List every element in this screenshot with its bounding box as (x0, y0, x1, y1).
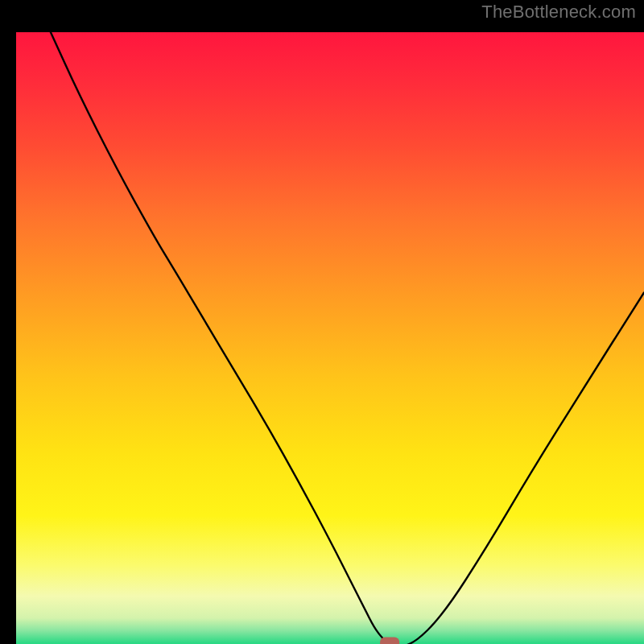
plot-area (16, 32, 644, 644)
optimum-marker (380, 638, 399, 645)
watermark-text: TheBottleneck.com (481, 2, 636, 23)
chart-frame (8, 16, 636, 636)
gradient-background (16, 32, 644, 644)
chart-svg (16, 32, 644, 644)
